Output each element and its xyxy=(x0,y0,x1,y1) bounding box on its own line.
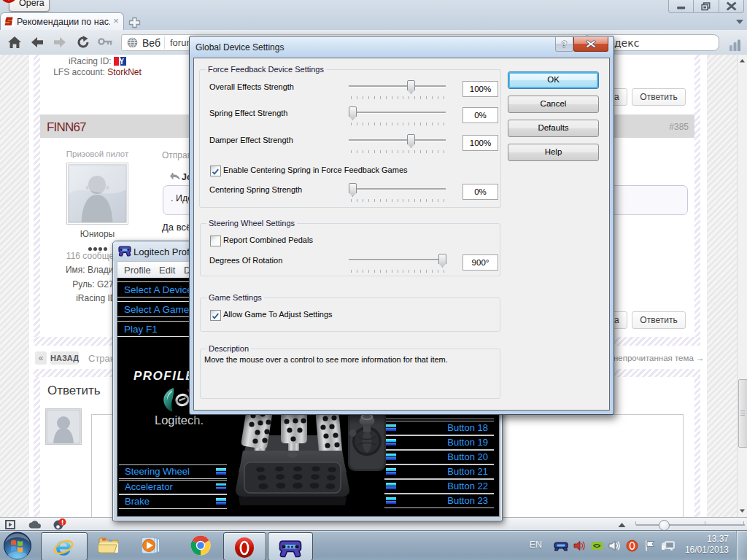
tray-volume-icon[interactable] xyxy=(608,540,621,552)
new-tab-button[interactable] xyxy=(128,17,141,28)
pagination-first-button[interactable]: « xyxy=(35,351,47,365)
menu-edit[interactable]: Edit xyxy=(159,265,175,276)
button-row-22[interactable]: Button 22 xyxy=(384,479,494,494)
reply-button-top[interactable]: Ответить xyxy=(632,88,686,106)
media-player-icon[interactable] xyxy=(138,534,161,557)
avatar[interactable] xyxy=(66,163,128,225)
tab-favicon-icon xyxy=(4,16,15,27)
dialog-close-button[interactable] xyxy=(573,37,608,52)
cancel-button[interactable]: Cancel xyxy=(508,96,599,113)
explorer-folder-icon[interactable] xyxy=(97,534,120,557)
start-button[interactable] xyxy=(3,532,32,560)
combined-pedals-checkbox[interactable] xyxy=(210,236,221,246)
forward-icon[interactable] xyxy=(53,35,67,50)
button-row-21[interactable]: Button 21 xyxy=(384,464,494,479)
group-steering-wheel-label: Steering Wheel Settings xyxy=(206,219,297,228)
pagination-back-button[interactable]: НАЗАД xyxy=(50,351,79,365)
button-eq-icon xyxy=(386,468,396,475)
button-row-18[interactable]: Button 18 xyxy=(384,421,494,435)
tray-opera-icon[interactable] xyxy=(626,540,638,552)
button-eq-icon xyxy=(386,497,396,504)
restore-button[interactable] xyxy=(694,0,719,12)
button-label: Button 20 xyxy=(447,451,488,462)
key-icon[interactable] xyxy=(98,36,113,47)
tab-close-icon[interactable]: × xyxy=(112,17,120,26)
close-button[interactable] xyxy=(719,0,743,12)
reply-arrow-icon xyxy=(170,171,181,181)
show-desktop-button[interactable] xyxy=(736,531,747,560)
button-label: Button 22 xyxy=(447,481,488,491)
panel-play-icon[interactable] xyxy=(5,520,15,529)
description-text: Move the mouse over a control to see mor… xyxy=(204,355,448,364)
group-force-feedback-label: Force Feedback Device Settings xyxy=(206,65,326,74)
scrollbar-thumb[interactable] xyxy=(738,379,747,448)
sync-error-icon[interactable] xyxy=(53,518,66,530)
centering-strength-value: 0% xyxy=(462,184,498,200)
nav-link-label: Select A Game xyxy=(124,304,189,315)
dialog-titlebar[interactable]: Global Device Settings xyxy=(190,36,614,58)
taskbar-app-profiler[interactable] xyxy=(268,532,313,560)
chrome-icon[interactable] xyxy=(189,534,212,557)
rotation-slider-track[interactable] xyxy=(349,259,446,260)
allow-game-checkbox[interactable] xyxy=(210,310,221,321)
button-row-20[interactable]: Button 20 xyxy=(384,450,494,464)
tray-volume-red-icon[interactable] xyxy=(573,540,586,552)
menu-profile[interactable]: Profile xyxy=(124,265,151,276)
opera-logo-icon xyxy=(0,0,18,4)
centering-spring-checkbox[interactable] xyxy=(210,166,221,176)
reload-icon[interactable] xyxy=(76,35,90,50)
cloud-icon[interactable] xyxy=(28,521,42,529)
tray-network-icon[interactable] xyxy=(661,540,676,552)
taskbar-app-opera[interactable] xyxy=(223,532,266,560)
pedals-photo xyxy=(236,402,349,516)
reply-button-bottom[interactable]: Ответить xyxy=(632,311,686,329)
damper-strength-ticks xyxy=(351,150,444,153)
group-game-settings-label: Game Settings xyxy=(206,293,264,302)
bars-icon[interactable] xyxy=(728,39,741,51)
damper-strength-slider-track[interactable] xyxy=(349,139,446,141)
post-author-name[interactable]: FINN67 xyxy=(47,120,86,135)
unread-topic-link[interactable]: непрочитанная тема → xyxy=(614,354,705,362)
overall-strength-slider-track[interactable] xyxy=(349,85,446,87)
dialog-help-button[interactable]: ? xyxy=(555,37,573,52)
address-badge[interactable]: Веб xyxy=(125,36,160,49)
help-button[interactable]: Help xyxy=(508,144,599,161)
button-row-19[interactable]: Button 19 xyxy=(384,435,494,450)
button-eq-icon xyxy=(386,424,396,431)
iracing-icon[interactable] xyxy=(114,57,126,66)
post-number[interactable]: #385 xyxy=(669,122,689,132)
button-row-23[interactable]: Button 23 xyxy=(384,494,494,508)
opera-menu-button[interactable]: Opera xyxy=(9,0,50,12)
zoom-slider-track[interactable] xyxy=(636,524,745,526)
taskbar-clock[interactable]: 13:37 16/01/2013 xyxy=(685,534,729,556)
tray-gamepad-icon[interactable] xyxy=(554,540,568,552)
defaults-button[interactable]: Defaults xyxy=(508,120,599,137)
scroll-down-button[interactable] xyxy=(738,505,747,517)
window-controls xyxy=(668,0,744,13)
spring-strength-slider-track[interactable] xyxy=(349,112,446,113)
zoom-slider-thumb[interactable] xyxy=(659,520,670,531)
panels-toggle-icon[interactable] xyxy=(617,522,627,528)
axis-row-brake[interactable]: Brake xyxy=(119,494,227,509)
tab-active[interactable]: Рекомендации по нас... × xyxy=(0,12,124,31)
member-rank: Призовой пилот xyxy=(40,149,155,158)
back-icon[interactable] xyxy=(30,35,44,50)
scroll-up-button[interactable] xyxy=(738,55,747,67)
axis-row-steering[interactable]: Steering Wheel xyxy=(119,464,227,479)
address-separator xyxy=(164,36,165,49)
minimize-button[interactable] xyxy=(669,0,694,12)
tray-nvidia-icon[interactable] xyxy=(591,540,603,552)
axis-row-accelerator[interactable]: Accelerator xyxy=(119,480,227,494)
tray-action-center-icon[interactable] xyxy=(644,540,657,552)
gamepad-icon xyxy=(118,245,131,257)
chevron-down-icon[interactable] xyxy=(735,19,744,25)
reply-form-heading: Ответить xyxy=(47,384,101,398)
home-icon[interactable] xyxy=(7,35,22,50)
taskbar-app-ie[interactable] xyxy=(41,532,88,560)
language-indicator[interactable]: EN xyxy=(530,540,542,550)
cancel-button-label: Cancel xyxy=(541,99,567,108)
centering-strength-slider-track[interactable] xyxy=(349,188,446,190)
vertical-scrollbar[interactable] xyxy=(737,55,747,517)
ok-button[interactable]: OK xyxy=(508,71,599,89)
lfs-link[interactable]: StorkNet xyxy=(107,67,142,77)
